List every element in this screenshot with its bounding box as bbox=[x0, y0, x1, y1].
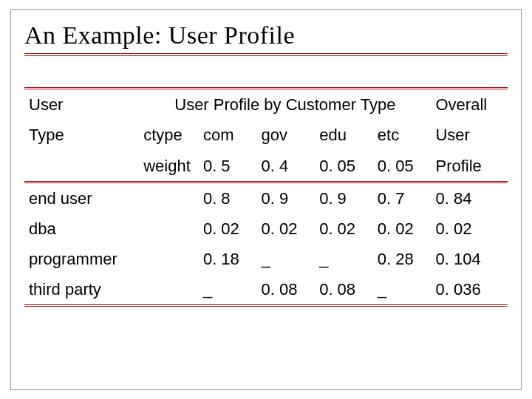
cell: 0. 08 bbox=[315, 274, 373, 306]
cell: 0. 9 bbox=[315, 182, 373, 214]
cell: _ bbox=[257, 244, 316, 274]
cell-overall: 0. 84 bbox=[431, 182, 508, 214]
cell-overall: 0. 104 bbox=[431, 244, 508, 274]
header-ctype-label: ctype bbox=[139, 120, 199, 150]
weight-com: 0. 5 bbox=[199, 151, 257, 183]
header-col-gov: gov bbox=[257, 120, 316, 150]
slide-title: An Example: User Profile bbox=[24, 21, 508, 56]
header-overall-line2: User bbox=[431, 120, 508, 150]
header-col-com: com bbox=[199, 120, 257, 150]
header-span-label: User Profile by Customer Type bbox=[139, 89, 431, 120]
cell: 0. 02 bbox=[199, 214, 257, 244]
slide: An Example: User Profile User User Profi… bbox=[10, 9, 522, 390]
row-label: dba bbox=[24, 214, 199, 244]
table-row: third party _ 0. 08 0. 08 _ 0. 036 bbox=[24, 274, 508, 306]
cell: 0. 02 bbox=[315, 214, 373, 244]
cell: _ bbox=[315, 244, 373, 274]
cell: 0. 8 bbox=[199, 182, 257, 214]
cell: 0. 02 bbox=[257, 214, 316, 244]
table-row: dba 0. 02 0. 02 0. 02 0. 02 0. 02 bbox=[24, 214, 508, 244]
cell: 0. 9 bbox=[257, 182, 316, 214]
cell: 0. 08 bbox=[257, 274, 316, 306]
header-weight-label: weight bbox=[139, 151, 199, 183]
header-row-2: Type ctype com gov edu etc User bbox=[24, 120, 508, 150]
row-label: third party bbox=[24, 274, 199, 306]
header-col-etc: etc bbox=[373, 120, 432, 150]
header-usertype-line1: User bbox=[24, 89, 139, 120]
cell: 0. 28 bbox=[373, 244, 432, 274]
header-row-1: User User Profile by Customer Type Overa… bbox=[24, 89, 508, 120]
row-label: programmer bbox=[24, 244, 199, 274]
table-row: end user 0. 8 0. 9 0. 9 0. 7 0. 84 bbox=[24, 182, 508, 214]
header-usertype-line2: Type bbox=[24, 120, 139, 150]
weight-gov: 0. 4 bbox=[257, 151, 316, 183]
weight-edu: 0. 05 bbox=[315, 151, 373, 183]
cell: 0. 18 bbox=[199, 244, 257, 274]
header-row-3: weight 0. 5 0. 4 0. 05 0. 05 Profile bbox=[24, 151, 508, 183]
header-overall-line1: Overall bbox=[431, 89, 508, 120]
cell: _ bbox=[373, 274, 432, 306]
table-row: programmer 0. 18 _ _ 0. 28 0. 104 bbox=[24, 244, 508, 274]
cell: 0. 02 bbox=[373, 214, 432, 244]
header-overall-line3: Profile bbox=[431, 151, 508, 183]
profile-table: User User Profile by Customer Type Overa… bbox=[24, 87, 508, 307]
header-col-edu: edu bbox=[315, 120, 373, 150]
header-blank bbox=[24, 151, 139, 183]
cell: _ bbox=[199, 274, 257, 306]
cell-overall: 0. 036 bbox=[431, 274, 508, 306]
row-label: end user bbox=[24, 182, 199, 214]
cell-overall: 0. 02 bbox=[431, 214, 508, 244]
cell: 0. 7 bbox=[373, 182, 432, 214]
weight-etc: 0. 05 bbox=[373, 151, 432, 183]
